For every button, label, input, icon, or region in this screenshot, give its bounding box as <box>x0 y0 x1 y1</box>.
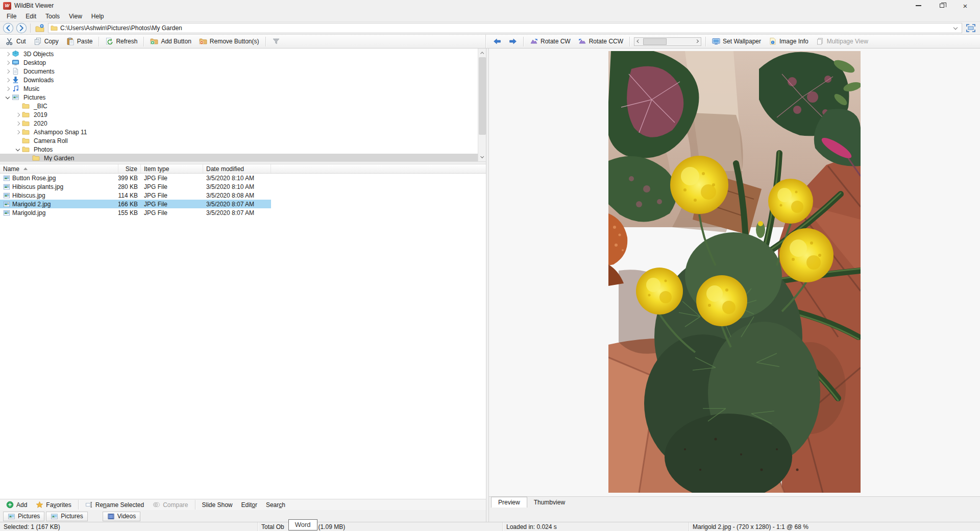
forward-button[interactable] <box>16 22 27 34</box>
select-region-button[interactable] <box>964 22 977 34</box>
expand-icon[interactable] <box>3 70 12 73</box>
tree-item-camera-roll[interactable]: Camera Roll <box>0 136 486 145</box>
separator <box>523 37 524 46</box>
image-info-button[interactable]: Image Info <box>765 35 812 47</box>
file-size-cell: 280 KB <box>118 182 141 191</box>
cut-button[interactable]: Cut <box>2 35 30 47</box>
tree-item-photos[interactable]: Photos <box>0 145 486 154</box>
file-row-marigold-2-jpg[interactable]: Marigold 2.jpg166 KBJPG File3/5/2020 8:0… <box>0 200 271 208</box>
collapse-icon[interactable] <box>13 149 22 151</box>
menu-file[interactable]: File <box>2 12 21 21</box>
tree-item-my-garden[interactable]: My Garden <box>0 154 486 161</box>
scrollbar-thumb[interactable] <box>643 38 667 45</box>
tree-item-2020[interactable]: 2020 <box>0 119 486 128</box>
column-header-type[interactable]: Item type <box>141 164 203 173</box>
menu-view[interactable]: View <box>64 12 87 21</box>
rotate-ccw-button[interactable]: Rotate CCW <box>575 35 627 47</box>
copy-button[interactable]: Copy <box>30 35 62 47</box>
expand-icon[interactable] <box>3 53 12 56</box>
set-wallpaper-button[interactable]: Set Wallpaper <box>708 35 765 47</box>
add-button-icon <box>150 37 158 45</box>
file-row-hibiscus-plants-jpg[interactable]: Hibiscus plants.jpg280 KBJPG File3/5/202… <box>0 182 271 191</box>
minimize-button[interactable] <box>906 0 930 11</box>
scroll-left-icon[interactable] <box>634 38 642 45</box>
expand-icon[interactable] <box>13 122 22 125</box>
scroll-right-icon[interactable] <box>693 38 701 45</box>
restore-button[interactable] <box>930 0 953 11</box>
tree-item-ashampoo-snap-11[interactable]: Ashampoo Snap 11 <box>0 128 486 136</box>
expand-icon[interactable] <box>3 61 12 64</box>
tree-item-desktop[interactable]: Desktop <box>0 58 486 67</box>
filter-button[interactable] <box>268 35 284 47</box>
scroll-down-icon[interactable] <box>478 153 486 161</box>
search-button[interactable]: Search <box>262 500 289 510</box>
tree-item-label: Music <box>22 85 39 92</box>
image-file-icon <box>3 183 10 190</box>
address-path: C:\Users\Ashwin\Pictures\Photos\My Garde… <box>60 25 949 32</box>
file-row-button-rose-jpg[interactable]: Button Rose.jpg399 KBJPG File3/5/2020 8:… <box>0 174 271 182</box>
refresh-button[interactable]: Refresh <box>102 35 141 47</box>
column-header-modified[interactable]: Date modified <box>203 164 271 173</box>
remove-button-s-button[interactable]: Remove Button(s) <box>195 35 263 47</box>
tab-preview[interactable]: Preview <box>491 497 527 508</box>
folder-up-button[interactable] <box>34 22 46 34</box>
tree-item-pictures[interactable]: Pictures <box>0 93 486 102</box>
multipage-icon <box>816 37 824 45</box>
address-dropdown-icon[interactable] <box>951 28 960 29</box>
action-toolbar: AddFavoritesRename SelectedCompareSlide … <box>0 499 486 510</box>
expand-icon[interactable] <box>13 113 22 116</box>
multipage-view-button[interactable]: Multipage View <box>813 35 872 47</box>
folder-icon <box>22 137 32 144</box>
tree-scrollbar[interactable] <box>478 49 486 161</box>
slide-show-button[interactable]: Slide Show <box>198 500 237 510</box>
scrollbar-track[interactable] <box>642 38 693 45</box>
tab-pictures-0[interactable]: Pictures <box>3 512 44 521</box>
tree-item-2019[interactable]: 2019 <box>0 110 486 119</box>
image-scrollbar[interactable] <box>634 37 701 46</box>
tree-item-bic[interactable]: _BIC <box>0 102 486 110</box>
expand-icon[interactable] <box>13 131 22 134</box>
tree-item-3d-objects[interactable]: 3D Objects <box>0 50 486 58</box>
scrollbar-thumb[interactable] <box>479 57 486 135</box>
address-input[interactable]: C:\Users\Ashwin\Pictures\Photos\My Garde… <box>48 23 962 33</box>
tree-item-label: Camera Roll <box>32 137 68 144</box>
tree-item-music[interactable]: Music <box>0 84 486 93</box>
tree-item-documents[interactable]: Documents <box>0 67 486 76</box>
cut-icon <box>6 37 14 45</box>
collapse-icon[interactable] <box>3 96 12 99</box>
separator <box>99 37 99 46</box>
back-button[interactable] <box>3 22 14 34</box>
tree-item-label: Photos <box>32 146 53 153</box>
menu-tools[interactable]: Tools <box>41 12 64 21</box>
paste-button[interactable]: Paste <box>63 35 96 47</box>
tab-videos-2[interactable]: Videos <box>103 512 140 521</box>
file-row-hibiscus-jpg[interactable]: Hibiscus.jpg114 KBJPG File3/5/2020 8:08 … <box>0 191 271 200</box>
add-button[interactable]: Add <box>2 500 31 510</box>
menu-edit[interactable]: Edit <box>21 12 41 21</box>
editor-button[interactable]: Editor <box>237 500 261 510</box>
rotate-cw-button[interactable]: Rotate CW <box>526 35 574 47</box>
next-image-button[interactable] <box>505 35 521 47</box>
expand-icon[interactable] <box>3 87 12 90</box>
compare-button[interactable]: Compare <box>149 500 192 510</box>
previous-image-button[interactable] <box>489 35 505 47</box>
tab-thumbview[interactable]: Thumbview <box>527 497 572 508</box>
image-file-icon <box>3 209 10 216</box>
tree-item-label: Documents <box>22 68 55 75</box>
folder-tree: 3D ObjectsDesktopDocumentsDownloadsMusic… <box>0 49 486 161</box>
close-button[interactable]: × <box>953 0 977 11</box>
column-header-size[interactable]: Size <box>118 164 141 173</box>
scroll-up-icon[interactable] <box>478 49 486 57</box>
toolbar-row: CutCopyPasteRefreshAdd ButtonRemove Butt… <box>0 35 980 49</box>
menu-help[interactable]: Help <box>87 12 109 21</box>
folder-icon <box>32 154 42 161</box>
add-button-button[interactable]: Add Button <box>146 35 194 47</box>
file-row-marigold-jpg[interactable]: Marigold.jpg155 KBJPG File3/5/2020 8:07 … <box>0 208 271 217</box>
rename-selected-button[interactable]: Rename Selected <box>81 500 148 510</box>
expand-icon[interactable] <box>3 79 12 82</box>
preview-area <box>489 49 980 496</box>
column-header-name[interactable]: Name <box>0 164 118 173</box>
tab-pictures-1[interactable]: Pictures <box>46 512 87 521</box>
favorites-button[interactable]: Favorites <box>32 500 75 510</box>
tree-item-downloads[interactable]: Downloads <box>0 76 486 84</box>
